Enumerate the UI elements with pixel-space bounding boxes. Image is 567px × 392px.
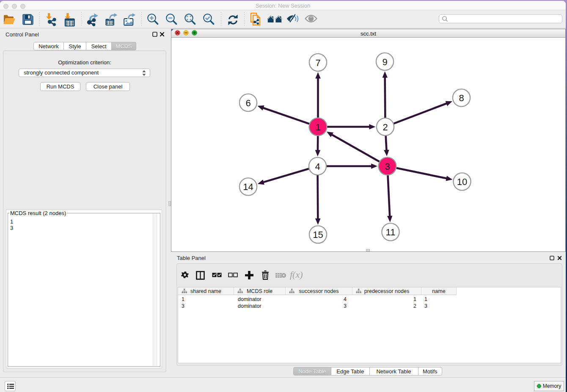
svg-text:15: 15: [313, 229, 323, 240]
svg-text:10: 10: [457, 177, 467, 187]
svg-text:11: 11: [386, 227, 396, 237]
svg-text:14: 14: [243, 182, 253, 192]
svg-text:3: 3: [385, 161, 390, 172]
svg-text:2: 2: [383, 122, 388, 133]
svg-text:1: 1: [315, 122, 320, 133]
svg-text:7: 7: [315, 58, 320, 68]
svg-text:9: 9: [382, 57, 387, 67]
svg-text:8: 8: [459, 93, 464, 103]
svg-text:6: 6: [245, 98, 250, 108]
svg-text:4: 4: [315, 161, 320, 172]
